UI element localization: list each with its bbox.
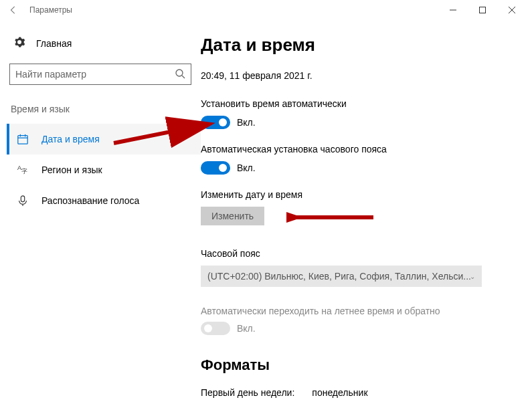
svg-rect-1 (480, 7, 486, 13)
region-icon: A字 (16, 164, 29, 176)
auto-tz-toggle[interactable] (201, 161, 230, 175)
nav-item-datetime[interactable]: Дата и время (7, 124, 201, 154)
nav-item-region[interactable]: A字 Регион и язык (7, 154, 201, 185)
chevron-down-icon: ⌄ (470, 273, 475, 280)
nav-item-label: Регион и язык (41, 165, 102, 175)
svg-text:字: 字 (21, 168, 27, 175)
window-controls (438, 0, 527, 20)
svg-point-4 (176, 70, 183, 76)
auto-time-toggle[interactable] (201, 116, 230, 129)
voice-icon (16, 195, 29, 207)
dst-state: Вкл. (237, 323, 256, 334)
main-content: Дата и время 20:49, 11 февраля 2021 г. У… (201, 20, 532, 420)
gear-icon (13, 36, 25, 50)
svg-line-5 (182, 76, 185, 78)
maximize-button[interactable] (468, 0, 497, 20)
dst-toggle (201, 322, 230, 335)
first-day-row: Первый день недели:понедельник (201, 387, 521, 398)
category-label: Время и язык (7, 101, 201, 124)
search-icon (175, 68, 185, 81)
first-day-label: Первый день недели: (201, 387, 294, 398)
svg-text:A: A (17, 165, 21, 171)
current-datetime: 20:49, 11 февраля 2021 г. (201, 70, 521, 81)
search-input[interactable] (15, 69, 175, 80)
dst-label: Автоматически переходить на летнее время… (201, 306, 521, 316)
formats-heading: Форматы (201, 356, 521, 374)
first-day-value: понедельник (312, 387, 367, 398)
home-nav[interactable]: Главная (7, 31, 201, 56)
nav-item-label: Распознавание голоса (41, 195, 139, 206)
timezone-label: Часовой пояс (201, 248, 521, 259)
svg-rect-12 (21, 196, 24, 202)
home-label: Главная (36, 38, 72, 49)
sidebar: Главная Время и язык Дата и время A字 Рег… (0, 20, 201, 420)
svg-rect-6 (18, 136, 27, 144)
auto-tz-label: Автоматическая установка часового пояса (201, 144, 521, 154)
timezone-dropdown[interactable]: (UTC+02:00) Вильнюс, Киев, Рига, София, … (201, 266, 482, 287)
search-box[interactable] (9, 64, 191, 85)
change-dt-label: Изменить дату и время (201, 189, 521, 200)
page-title: Дата и время (201, 35, 521, 56)
nav-item-voice[interactable]: Распознавание голоса (7, 185, 201, 216)
close-button[interactable] (497, 0, 527, 20)
datetime-icon (16, 133, 29, 145)
window-title: Параметры (29, 5, 72, 15)
auto-time-label: Установить время автоматически (201, 98, 521, 109)
minimize-button[interactable] (438, 0, 468, 20)
titlebar: Параметры (0, 0, 532, 20)
auto-tz-state: Вкл. (237, 163, 256, 173)
auto-time-state: Вкл. (237, 117, 256, 128)
change-button[interactable]: Изменить (201, 207, 264, 225)
nav-item-label: Дата и время (41, 134, 100, 144)
back-icon[interactable] (5, 2, 21, 18)
timezone-value: (UTC+02:00) Вильнюс, Киев, Рига, София, … (207, 271, 471, 282)
